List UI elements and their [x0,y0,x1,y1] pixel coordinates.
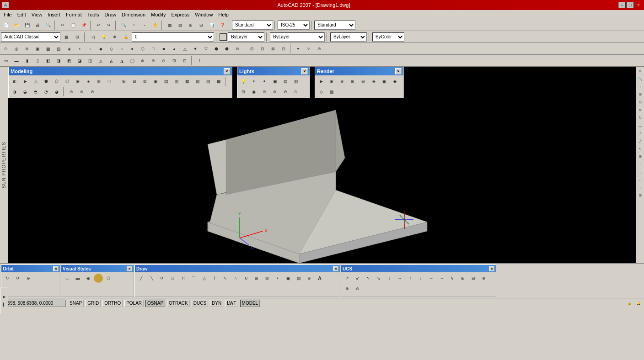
layer-freeze-btn[interactable]: ❄ [110,32,120,42]
visual-styles-close[interactable]: × [127,266,132,271]
mod-btn1[interactable]: ◐ [10,76,20,86]
ucs-btn8[interactable]: ↓ [416,273,426,283]
ucs-btn16[interactable]: ⊘ [353,284,363,294]
vs-btn2[interactable]: ▬ [73,273,83,283]
mod-btn22[interactable]: ◒ [20,87,30,97]
plotstyle-dropdown[interactable]: ByColor [372,32,404,42]
mod-btn26[interactable]: ⊕ [66,87,76,97]
otrack-btn[interactable]: OTRACK [167,300,190,307]
rt-btn10[interactable]: ╱ [637,138,644,145]
3d-btn23[interactable]: ⊕ [232,44,242,54]
ucs-btn12[interactable]: ⊞ [458,273,468,283]
zoom-in-btn[interactable]: + [129,20,139,30]
menu-insert[interactable]: Insert [45,11,63,18]
3d-btn11[interactable]: ◇ [106,44,116,54]
draw-btn15[interactable]: ▣ [283,273,293,283]
draw-btn7[interactable]: △ [199,273,209,283]
menu-dimension[interactable]: Dimension [119,11,148,18]
rt-btn8[interactable]: — [637,122,644,129]
maximize-button[interactable]: □ [627,2,634,8]
draw-btn13[interactable]: ⊠ [262,273,272,283]
light-btn4[interactable]: ▣ [270,76,280,86]
lights-panel-close[interactable]: × [301,68,308,74]
color-swatch[interactable] [220,33,227,41]
3d-btn1[interactable]: ⊙ [1,44,11,54]
render-btn10[interactable]: ▩ [327,87,337,97]
rt-btn5[interactable]: ⊟ [637,99,644,106]
mod-btn5[interactable]: ⬠ [52,76,62,86]
render-btn6[interactable]: ◈ [369,76,379,86]
mod-btn14[interactable]: ▣ [150,76,161,86]
3d-btn25[interactable]: ⊟ [258,44,268,54]
canvas-area[interactable]: Modeling × ◐ ▶ △ ⬟ ⬠ ⬡ ◉ ◈ ◍ ◌ ⊞ ⊟ [8,67,636,263]
mod-btn18[interactable]: ▧ [193,76,203,86]
mod-btn9[interactable]: ◍ [94,76,104,86]
3d-btn17[interactable]: ▲ [169,44,179,54]
rt-btn7[interactable]: ↻ [637,114,644,122]
zoom-btn[interactable]: 🔍 [118,20,129,30]
3d-btn5[interactable]: ▩ [43,44,53,54]
ucs-btn4[interactable]: ↘ [374,273,384,283]
polar-btn[interactable]: POLAR [124,300,144,307]
mod-btn17[interactable]: ▦ [182,76,192,86]
ucs-close[interactable]: × [489,266,494,271]
dim-scale-dropdown[interactable]: ISO-25 [278,21,310,30]
rt-btn16[interactable]: → [637,184,644,191]
light-btn3[interactable]: ✦ [259,76,269,86]
rt-btn12[interactable]: ⊞ [637,153,644,160]
model-btn[interactable]: MODEL [240,300,260,307]
open-btn[interactable]: 📂 [11,20,21,30]
copy-btn[interactable]: 📋 [68,20,78,30]
menu-help[interactable]: Help [215,11,231,18]
3d-btn3[interactable]: ⊗ [22,44,32,54]
visual-styles-panel-header[interactable]: Visual Styles × [61,265,134,272]
rt-btn3[interactable]: ↕ [637,83,644,90]
lineweight-dropdown[interactable]: ByLayer [330,32,367,42]
dyn-btn[interactable]: DYN [210,300,223,307]
3d-btn22[interactable]: ⬣ [222,44,232,54]
render-btn1[interactable]: ▶ [316,76,326,86]
3d-btn29[interactable]: ✧ [304,44,314,54]
sun-properties-tab[interactable]: SUN PROPERTIES [0,140,7,190]
3d-btn16[interactable]: ■ [159,44,169,54]
mod-btn16[interactable]: ▥ [172,76,182,86]
draw-panel-header[interactable]: Draw × [135,265,340,272]
mod-btn2[interactable]: ▶ [20,76,30,86]
ucs-btn13[interactable]: ⊟ [468,273,478,283]
draw-btn9[interactable]: ∿ [220,273,230,283]
draw-btn4[interactable]: □ [167,273,177,283]
ex-btn13[interactable]: ◯ [127,56,137,66]
ex-btn7[interactable]: ◩ [64,56,74,66]
rt-btn4[interactable]: ⊞ [637,91,644,98]
draw-btn1[interactable]: ╱ [136,273,146,283]
ex-btn10[interactable]: ◬ [96,56,106,66]
mod-btn12[interactable]: ⊟ [129,76,140,86]
light-btn11[interactable]: ⊘ [280,87,290,97]
draw-close[interactable]: × [333,266,338,271]
ex-btn5[interactable]: ◧ [43,56,53,66]
linetype-dropdown[interactable]: ByLayer [270,32,325,42]
mod-btn23[interactable]: ◓ [31,87,41,97]
draw-btn5[interactable]: ⊓ [178,273,188,283]
orbit-panel-header[interactable]: Orbit × [1,265,60,272]
3d-btn6[interactable]: ▧ [54,44,64,54]
light-btn12[interactable]: ⊙ [291,87,301,97]
light-btn6[interactable]: ▥ [291,76,301,86]
tb8[interactable]: ▤ [175,20,185,30]
3d-viewport[interactable]: X Y Z [8,85,636,263]
ortho-btn[interactable]: ORTHO [102,300,123,307]
draw-btn11[interactable]: ∪ [241,273,251,283]
menu-format[interactable]: Format [63,11,85,18]
mod-btn15[interactable]: ▤ [161,76,171,86]
menu-tools[interactable]: Tools [85,11,102,18]
ucs-btn15[interactable]: ⊗ [342,284,352,294]
rt-btn15[interactable]: ← [637,176,644,184]
mod-btn24[interactable]: ◔ [41,87,51,97]
3d-btn30[interactable]: ⊘ [314,44,324,54]
grid-btn[interactable]: GRID [86,300,101,307]
light-btn9[interactable]: ⊕ [259,87,269,97]
rt-btn9[interactable]: ↗ [637,130,644,137]
rt-btn2[interactable]: 🔍 [637,75,644,83]
vs-btn4[interactable] [94,274,103,283]
3d-btn15[interactable]: □ [148,44,158,54]
